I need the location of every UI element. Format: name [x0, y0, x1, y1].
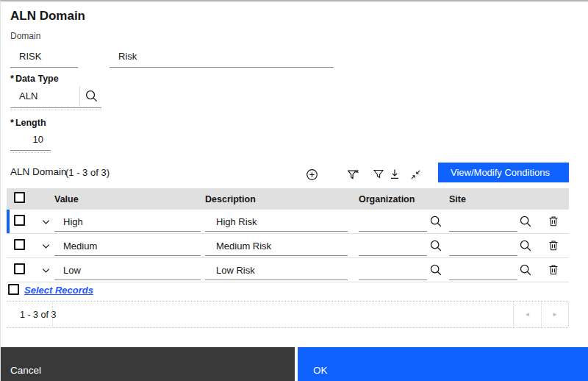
next-page-icon[interactable]: ► [541, 302, 569, 327]
site-search-icon[interactable] [519, 238, 534, 253]
description-input[interactable] [205, 260, 348, 280]
organization-search-icon[interactable] [429, 238, 444, 253]
collapse-rows-icon[interactable] [410, 166, 428, 182]
organization-input[interactable] [359, 212, 427, 232]
column-header-organization: Organization [359, 194, 415, 204]
domain-code-input[interactable] [10, 46, 78, 68]
table-section-title: ALN Domain [10, 166, 67, 177]
aln-domain-dialog: ALN Domain Domain *Data Type *Length ALN… [0, 0, 588, 381]
organization-search-icon[interactable] [429, 263, 444, 277]
data-type-label: *Data Type [10, 74, 59, 84]
page-title: ALN Domain [10, 9, 85, 24]
previous-page-icon[interactable]: ◄ [513, 302, 541, 327]
chevron-down-icon[interactable] [40, 265, 52, 277]
length-label: *Length [10, 118, 46, 128]
table-record-range: (1 - 3 of 3) [65, 167, 110, 178]
value-input[interactable] [54, 236, 201, 256]
view-modify-conditions-button[interactable]: View/Modify Conditions [438, 163, 569, 182]
data-type-field [10, 84, 101, 108]
length-field [10, 128, 51, 151]
row-checkbox[interactable] [14, 263, 25, 274]
pagination-label: 1 - 3 of 3 [20, 310, 56, 320]
pagination-bar: 1 - 3 of 3 ◄ ► [7, 301, 568, 328]
current-row-indicator [7, 210, 10, 233]
row-checkbox[interactable] [14, 239, 25, 250]
select-records-link[interactable]: Select Records [24, 285, 93, 296]
table-row [7, 258, 569, 282]
cancel-button[interactable]: Cancel [1, 347, 295, 381]
filter-icon[interactable] [373, 166, 390, 182]
pagination-divider [52, 302, 53, 327]
length-input[interactable] [10, 128, 51, 150]
clear-filter-icon[interactable] [347, 166, 365, 182]
field-divider [79, 86, 80, 106]
table-header-row: Value Description Organization Site [7, 188, 569, 210]
column-header-site: Site [449, 194, 466, 204]
delete-row-icon[interactable] [548, 238, 562, 253]
site-input[interactable] [449, 236, 517, 256]
delete-row-icon[interactable] [548, 263, 562, 277]
required-marker: * [10, 118, 14, 128]
site-search-icon[interactable] [519, 263, 534, 277]
data-type-input[interactable] [10, 84, 79, 107]
table-row [7, 234, 569, 258]
description-input[interactable] [205, 212, 348, 232]
value-input[interactable] [54, 212, 201, 232]
select-all-checkbox[interactable] [14, 192, 25, 203]
delete-row-icon[interactable] [548, 214, 562, 229]
site-input[interactable] [449, 212, 517, 232]
description-input[interactable] [205, 236, 348, 256]
chevron-down-icon[interactable] [40, 241, 52, 252]
data-type-search-icon[interactable] [85, 88, 101, 104]
ok-button[interactable]: OK [298, 347, 588, 381]
chevron-down-icon[interactable] [40, 216, 52, 228]
add-row-icon[interactable] [306, 166, 323, 182]
domain-label: Domain [10, 31, 40, 41]
site-search-icon[interactable] [519, 214, 534, 229]
select-records-checkbox[interactable] [8, 284, 19, 295]
organization-search-icon[interactable] [429, 214, 444, 229]
table-row [7, 210, 569, 234]
row-checkbox[interactable] [14, 215, 25, 226]
site-input[interactable] [449, 260, 517, 280]
value-input[interactable] [54, 260, 201, 280]
column-header-description: Description [205, 194, 256, 204]
organization-input[interactable] [359, 236, 427, 256]
column-header-value: Value [54, 194, 79, 204]
domain-description-input[interactable] [110, 46, 334, 68]
required-marker: * [10, 74, 14, 84]
organization-input[interactable] [359, 260, 427, 280]
download-icon[interactable] [389, 166, 406, 182]
